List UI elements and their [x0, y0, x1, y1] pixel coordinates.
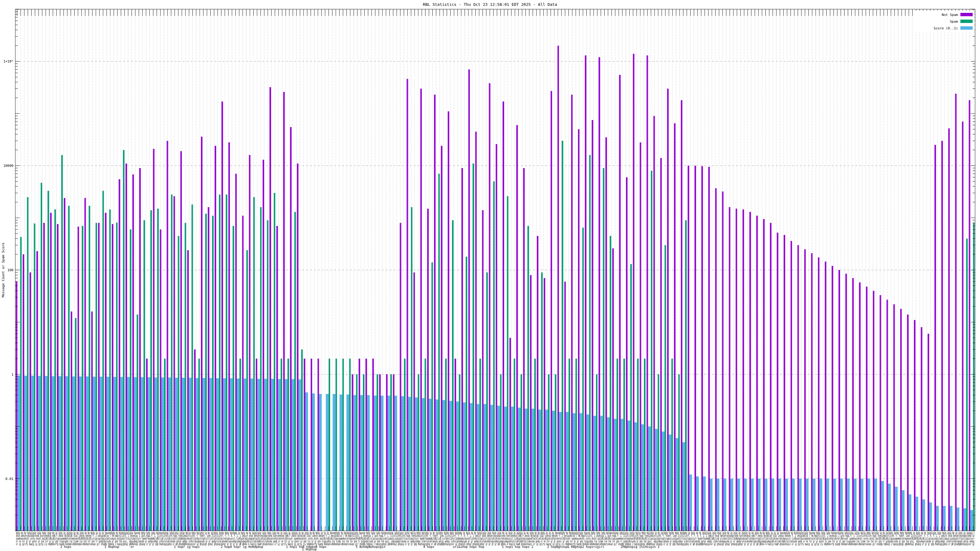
- bar-score: [374, 395, 377, 531]
- bar-score: [449, 401, 452, 531]
- bar-spam: [535, 359, 536, 531]
- bar-score: [442, 400, 445, 531]
- bar-score: [223, 378, 226, 531]
- bar-spam: [260, 207, 261, 531]
- x-tick-label: 2 hops: [60, 545, 72, 549]
- bar-not-spam: [43, 223, 45, 531]
- bar-spam: [616, 359, 618, 531]
- bar-not-spam: [297, 164, 299, 531]
- bar-score: [792, 479, 795, 531]
- bar-not-spam: [372, 359, 374, 531]
- bar-score: [100, 377, 102, 531]
- bar-not-spam: [393, 375, 395, 531]
- bar-not-spam: [756, 216, 758, 531]
- bar-not-spam: [427, 209, 429, 531]
- y-tick-label: 1: [11, 373, 13, 376]
- bar-not-spam: [269, 87, 271, 531]
- bar-not-spam: [359, 359, 360, 531]
- bar-spam: [329, 359, 330, 531]
- bar-score: [737, 479, 740, 531]
- bar-spam: [527, 226, 529, 531]
- bar-spam: [144, 220, 145, 531]
- bar-not-spam: [797, 245, 799, 531]
- bar-not-spam: [503, 102, 504, 531]
- bar-score: [148, 377, 150, 531]
- bar-score: [381, 395, 383, 531]
- bar-score: [490, 405, 493, 531]
- bar-not-spam: [290, 127, 291, 531]
- bar-not-spam: [667, 89, 668, 531]
- bar-spam: [191, 205, 193, 531]
- bar-not-spam: [969, 100, 970, 531]
- bar-not-spam: [701, 166, 703, 531]
- bar-not-spam: [880, 295, 881, 531]
- bar-score: [765, 479, 767, 531]
- bar-spam: [109, 210, 111, 531]
- bar-not-spam: [626, 177, 627, 531]
- bar-spam: [520, 375, 522, 531]
- bar-spam: [445, 359, 447, 531]
- x-tick-label: 2 hopd hopr ig HoHdpbop: [221, 545, 263, 549]
- bar-not-spam: [681, 100, 682, 531]
- bar-score: [299, 379, 301, 531]
- x-tick-label: ori&ihop hops hop: [453, 545, 484, 549]
- bar-score: [189, 378, 191, 531]
- bar-score: [655, 429, 658, 531]
- legend-label-spam: Spam: [950, 20, 958, 24]
- bar-spam: [123, 150, 124, 531]
- bar-score: [463, 402, 466, 531]
- bar-spam: [219, 194, 221, 531]
- bar-score: [408, 397, 411, 531]
- bar-score: [250, 379, 253, 531]
- bar-not-spam: [194, 349, 196, 531]
- bar-not-spam: [434, 95, 436, 531]
- bar-not-spam: [468, 70, 470, 531]
- bar-not-spam: [201, 137, 202, 531]
- bar-score: [86, 376, 89, 531]
- bar-not-spam: [187, 250, 189, 531]
- bar-score: [504, 407, 507, 531]
- bar-not-spam: [832, 266, 833, 531]
- bar-spam: [562, 141, 563, 531]
- y-tick-label: 10000: [3, 164, 13, 168]
- bar-score: [621, 419, 624, 531]
- bar-not-spam: [942, 141, 943, 531]
- bar-spam: [431, 262, 433, 531]
- bar-not-spam: [948, 128, 950, 531]
- bar-not-spam: [838, 270, 840, 531]
- bar-spam: [137, 314, 138, 531]
- bar-spam: [41, 183, 42, 531]
- bar-spam: [157, 209, 159, 531]
- bar-score: [689, 475, 692, 531]
- bar-score: [970, 510, 973, 531]
- bar-score: [785, 479, 788, 531]
- bar-not-spam: [132, 175, 134, 531]
- bar-not-spam: [674, 123, 676, 531]
- x-tick-label: 5 BohdpBohopsgin: [356, 545, 385, 549]
- bar-score: [45, 376, 48, 531]
- bar-not-spam: [50, 213, 52, 531]
- bar-spam: [555, 375, 557, 531]
- bar-not-spam: [400, 223, 401, 531]
- bar-score: [319, 394, 322, 531]
- legend: Not Spam Spam Score (0..1): [915, 11, 975, 32]
- bar-not-spam: [318, 359, 319, 531]
- bar-score: [161, 378, 164, 531]
- bar-score: [648, 426, 651, 531]
- legend-label-score: Score (0..1): [934, 26, 958, 30]
- bar-score: [141, 377, 144, 531]
- bar-spam: [280, 359, 282, 531]
- y-tick-label: 1×10⁶: [3, 59, 13, 64]
- bar-spam: [610, 236, 611, 531]
- bar-not-spam: [907, 314, 908, 531]
- bar-not-spam: [249, 155, 250, 531]
- bar-not-spam: [263, 160, 264, 531]
- bar-not-spam: [585, 56, 587, 531]
- bar-score: [353, 395, 356, 531]
- bar-score: [744, 479, 747, 531]
- bar-not-spam: [221, 102, 223, 531]
- bar-score: [531, 409, 535, 531]
- y-axis-label: Message Count or Spam Score: [1, 243, 5, 297]
- bar-spam: [54, 210, 56, 531]
- bar-spam: [294, 212, 296, 531]
